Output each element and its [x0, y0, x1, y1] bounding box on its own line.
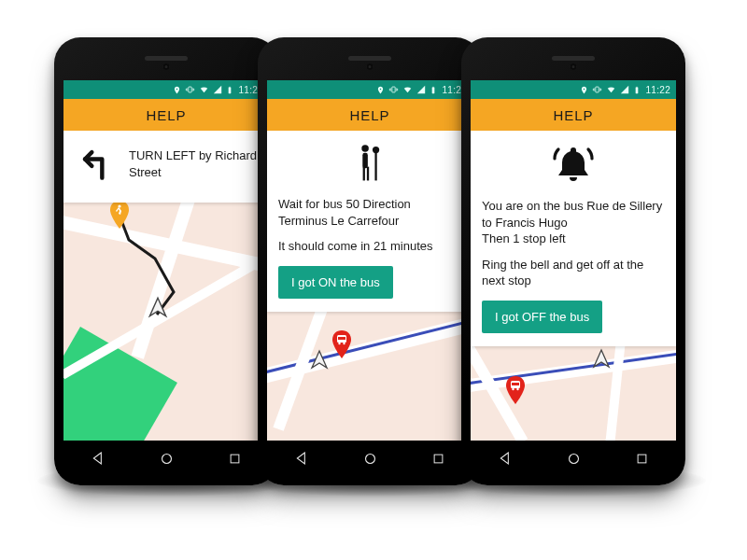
bus-stop-icon: [504, 376, 527, 408]
status-clock: 11:22: [644, 85, 670, 95]
vibrate-icon: [185, 85, 195, 94]
svg-rect-3: [231, 455, 239, 463]
appbar-title: HELP: [349, 107, 389, 123]
svg-rect-0: [189, 87, 191, 92]
battery-icon: [226, 85, 233, 95]
android-nav-bar: [63, 441, 269, 476]
screen: 11:22 HELP TURN LEFT by Richard Street: [63, 80, 269, 441]
instruction-text: You are on the bus Rue de Sillery to Fra…: [482, 198, 665, 231]
walk-start-icon: [108, 203, 131, 232]
instruction-card: You are on the bus Rue de Sillery to Fra…: [471, 131, 676, 346]
android-nav-bar: [471, 441, 676, 476]
svg-point-22: [570, 454, 579, 463]
wifi-icon: [402, 85, 413, 94]
help-appbar[interactable]: HELP: [267, 99, 472, 131]
nav-recents-icon[interactable]: [635, 452, 649, 466]
svg-rect-6: [362, 153, 368, 168]
phone-turn-left: 11:22 HELP TURN LEFT by Richard Street: [54, 37, 278, 485]
battery-icon: [633, 85, 641, 95]
vibrate-icon: [592, 85, 602, 94]
nav-back-icon[interactable]: [498, 451, 513, 466]
svg-point-15: [366, 454, 375, 463]
location-icon: [173, 85, 181, 95]
screen: 11:22 HELP: [267, 80, 472, 441]
nav-back-icon[interactable]: [91, 451, 106, 466]
nav-home-icon[interactable]: [566, 451, 582, 467]
location-icon: [376, 85, 385, 95]
signal-icon: [416, 85, 426, 94]
nav-recents-icon[interactable]: [228, 452, 242, 466]
instruction-text: TURN LEFT by Richard Street: [129, 144, 258, 180]
android-nav-bar: [267, 441, 472, 476]
svg-point-5: [361, 145, 369, 152]
map[interactable]: [63, 203, 269, 441]
instruction-card: Wait for bus 50 Direction Terminus Le Ca…: [267, 131, 472, 312]
map[interactable]: [471, 346, 676, 441]
svg-rect-17: [596, 87, 599, 92]
appbar-title: HELP: [146, 107, 186, 123]
svg-rect-4: [392, 87, 395, 92]
android-status-bar: 11:22: [63, 80, 269, 99]
nav-back-icon[interactable]: [294, 451, 309, 466]
signal-icon: [213, 85, 222, 94]
help-appbar[interactable]: HELP: [471, 99, 676, 131]
instruction-text-2: Then 1 stop left: [482, 231, 665, 247]
wifi-icon: [606, 85, 616, 94]
location-cursor-icon: [308, 349, 331, 375]
person-stop-icon: [351, 144, 388, 187]
turn-left-icon: [75, 144, 116, 189]
battery-icon: [430, 85, 437, 95]
wifi-icon: [199, 85, 209, 94]
android-status-bar: 11:22: [471, 80, 676, 99]
nav-recents-icon[interactable]: [431, 452, 445, 466]
vibrate-icon: [388, 85, 399, 94]
location-icon: [580, 85, 588, 95]
svg-rect-8: [367, 167, 369, 181]
map[interactable]: [267, 312, 472, 441]
location-cursor-icon: [146, 296, 170, 324]
svg-point-13: [338, 343, 340, 344]
signal-icon: [620, 85, 629, 94]
instruction-card: TURN LEFT by Richard Street: [63, 131, 269, 203]
bell-icon: [551, 144, 596, 189]
instruction-text: Wait for bus 50 Direction Terminus Le Ca…: [278, 196, 461, 229]
svg-rect-16: [434, 455, 443, 463]
phone-wait-bus: 11:22 HELP: [258, 37, 482, 485]
svg-point-1: [118, 204, 120, 207]
svg-rect-12: [338, 337, 345, 340]
appbar-title: HELP: [553, 107, 593, 123]
svg-point-10: [373, 147, 379, 153]
instruction-text-3: Ring the bell and get off at the next st…: [482, 257, 665, 289]
got-on-bus-button[interactable]: I got ON the bus: [278, 266, 393, 300]
help-appbar[interactable]: HELP: [63, 99, 269, 131]
screen: 11:22 HELP You are on the bus Rue de Sil…: [471, 80, 676, 441]
nav-home-icon[interactable]: [159, 451, 175, 467]
location-cursor-icon: [590, 348, 613, 374]
phone-on-bus: 11:22 HELP You are on the bus Rue de Sil…: [461, 37, 685, 485]
android-status-bar: 11:22: [267, 80, 472, 99]
bus-stop-icon: [331, 330, 353, 362]
svg-rect-23: [638, 455, 646, 463]
nav-home-icon[interactable]: [362, 451, 378, 467]
instruction-text-2: It should come in 21 minutes: [278, 238, 461, 255]
svg-rect-7: [363, 167, 365, 181]
got-off-bus-button[interactable]: I got OFF the bus: [482, 301, 602, 334]
svg-point-20: [512, 388, 514, 390]
svg-rect-19: [512, 383, 519, 385]
svg-point-21: [516, 388, 518, 390]
svg-point-2: [162, 454, 172, 463]
svg-point-14: [343, 343, 345, 344]
